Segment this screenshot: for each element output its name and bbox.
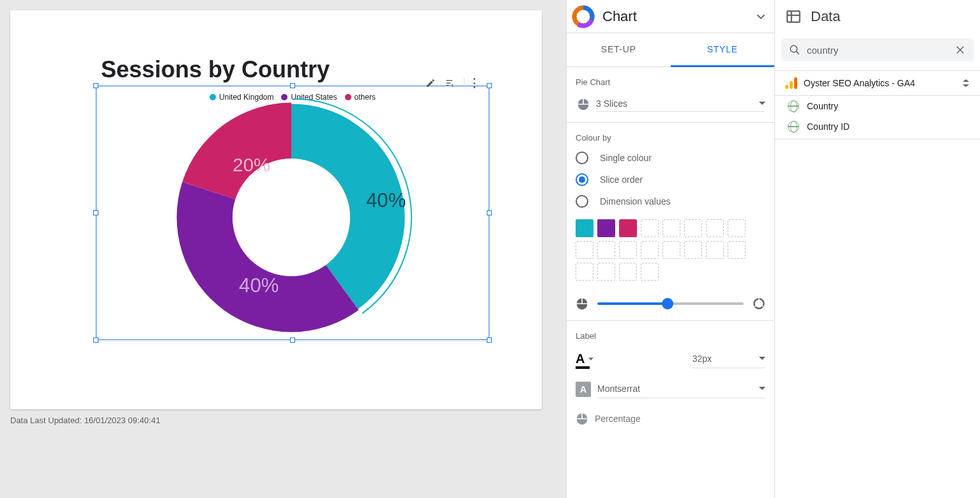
search-input[interactable] [807, 45, 948, 56]
data-icon [785, 8, 802, 25]
swatch-empty[interactable] [576, 241, 593, 259]
search-icon [789, 44, 800, 56]
resize-handle[interactable] [93, 83, 98, 88]
section-pie-chart: Pie Chart 3 Slices [567, 67, 774, 123]
canvas-area[interactable]: Sessions by Country United Kingdom Unite… [0, 0, 566, 498]
data-header: Data [775, 0, 980, 33]
globe-icon [788, 121, 799, 132]
svg-point-7 [790, 45, 797, 52]
swatch-empty[interactable] [684, 241, 702, 259]
radio-dimension-values[interactable]: Dimension values [576, 195, 765, 208]
section-title: Label [576, 331, 765, 341]
donut-outline-icon [753, 297, 765, 310]
donut-hole-slider[interactable] [576, 297, 765, 310]
tab-style[interactable]: STYLE [671, 33, 775, 67]
swatch-empty[interactable] [728, 219, 746, 237]
section-label: Label A 32px A Montserrat [567, 321, 774, 435]
resize-handle[interactable] [93, 210, 98, 215]
swatch-empty[interactable] [641, 263, 659, 281]
chart-config-sidebar: Chart SET-UP STYLE Pie Chart 3 Slices Co… [566, 0, 774, 498]
slider-track[interactable] [597, 302, 744, 305]
resize-handle[interactable] [487, 338, 492, 343]
swatch[interactable] [576, 219, 593, 237]
config-tabs: SET-UP STYLE [567, 33, 774, 67]
collapse-icon[interactable] [962, 79, 970, 88]
slice-label-us: 40% [239, 274, 279, 297]
slider-thumb[interactable] [662, 298, 673, 309]
slice-label-uk: 40% [366, 189, 406, 212]
clear-search-icon[interactable] [954, 44, 966, 56]
ga-logo-icon [785, 77, 797, 89]
swatch-empty[interactable] [619, 241, 637, 259]
section-colour-by: Colour by Single colour Slice order Dime… [567, 123, 774, 321]
caret-down-icon [588, 357, 593, 362]
caret-down-icon [759, 385, 765, 392]
swatch-empty[interactable] [597, 263, 615, 281]
font-family-select[interactable]: Montserrat [597, 380, 765, 398]
swatch-empty[interactable] [662, 241, 680, 259]
donut-chart-icon [570, 4, 596, 29]
chevron-down-icon[interactable] [754, 10, 768, 24]
donut-chart[interactable]: 40% 40% 20% [167, 93, 416, 342]
svg-point-3 [757, 302, 762, 306]
swatch-empty[interactable] [728, 241, 746, 259]
field-country-id[interactable]: Country ID [775, 116, 980, 139]
chart-title[interactable]: Sessions by Country [101, 56, 330, 83]
data-source-row[interactable]: Oyster SEO Analytics - GA4 [775, 70, 980, 96]
caret-down-icon [759, 100, 765, 107]
section-title: Colour by [576, 133, 765, 143]
caret-down-icon [759, 355, 765, 362]
swatch-empty[interactable] [597, 241, 615, 259]
chart-toolbar [425, 77, 484, 89]
slice-label-others: 20% [233, 155, 270, 175]
pencil-icon[interactable] [425, 78, 436, 88]
resize-handle[interactable] [290, 83, 295, 88]
data-header-title: Data [811, 8, 840, 25]
radio-single-colour[interactable]: Single colour [576, 152, 765, 164]
svg-point-0 [233, 159, 349, 276]
field-country[interactable]: Country [775, 96, 980, 116]
kebab-icon[interactable] [473, 78, 484, 88]
chart-widget[interactable]: United Kingdom United States others 40% [96, 86, 489, 340]
svg-line-8 [796, 51, 799, 54]
label-display-mode[interactable]: Percentage [595, 414, 641, 424]
font-size-select[interactable]: 32px [693, 350, 765, 368]
section-title: Pie Chart [576, 77, 765, 87]
swatch-empty[interactable] [706, 241, 724, 259]
font-colour-button[interactable]: A [576, 352, 593, 366]
sort-icon[interactable] [445, 78, 455, 88]
data-panel: Data Oyster SEO Analytics - GA4 Country … [774, 0, 980, 498]
swatch-empty[interactable] [576, 263, 593, 281]
colour-swatches [576, 219, 761, 281]
resize-handle[interactable] [487, 83, 492, 88]
globe-icon [788, 100, 799, 112]
swatch-empty[interactable] [706, 219, 724, 237]
swatch[interactable] [619, 219, 637, 237]
separator [464, 77, 464, 89]
svg-rect-4 [787, 11, 800, 22]
swatch-empty[interactable] [662, 219, 680, 237]
swatch-empty[interactable] [641, 241, 659, 259]
swatch-empty[interactable] [684, 219, 702, 237]
pie-solid-icon [576, 297, 588, 310]
chart-type-selector[interactable]: Chart [567, 0, 774, 33]
slices-dropdown[interactable]: 3 Slices [596, 96, 765, 112]
pie-icon [577, 98, 590, 111]
data-source-name: Oyster SEO Analytics - GA4 [804, 78, 956, 88]
resize-handle[interactable] [487, 210, 492, 215]
swatch-empty[interactable] [619, 263, 637, 281]
chart-type-label: Chart [602, 8, 754, 25]
swatch[interactable] [597, 219, 615, 237]
data-last-updated: Data Last Updated: 16/01/2023 09:40:41 [10, 416, 160, 425]
font-family-icon: A [576, 382, 591, 397]
pie-icon [576, 412, 588, 425]
canvas-page[interactable]: Sessions by Country United Kingdom Unite… [10, 10, 542, 409]
radio-slice-order[interactable]: Slice order [576, 173, 765, 186]
resize-handle[interactable] [93, 338, 98, 343]
tab-setup[interactable]: SET-UP [567, 33, 671, 66]
swatch-empty[interactable] [641, 219, 659, 237]
data-search[interactable] [781, 38, 974, 61]
